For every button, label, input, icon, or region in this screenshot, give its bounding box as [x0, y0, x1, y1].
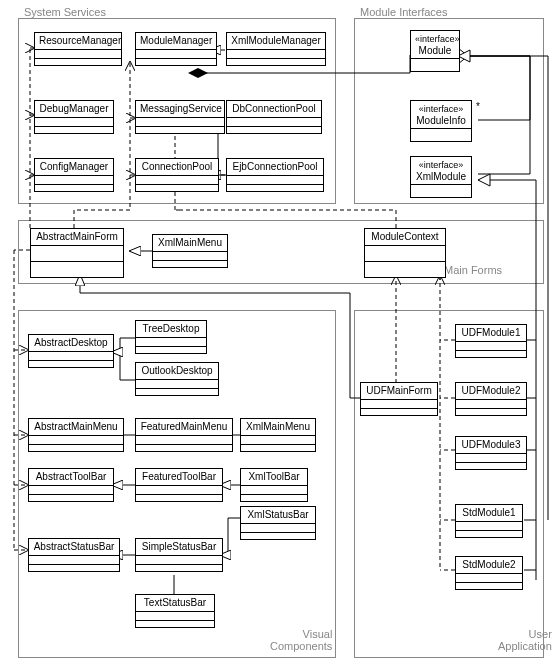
class-xml-module-manager: XmlModuleManager — [226, 32, 326, 66]
class-connection-pool: ConnectionPool — [135, 158, 219, 192]
class-db-connection-pool: DbConnectionPool — [226, 100, 322, 134]
class-featured-main-menu: FeaturedMainMenu — [135, 418, 233, 452]
class-std-module-2: StdModule2 — [455, 556, 523, 590]
class-simple-status-bar: SimpleStatusBar — [135, 538, 223, 572]
class-udf-module-1: UDFModule1 — [455, 324, 527, 358]
class-udf-module-2: UDFModule2 — [455, 382, 527, 416]
class-xml-status-bar: XmlStatusBar — [240, 506, 316, 540]
package-user-application — [354, 310, 544, 658]
class-udf-main-form: UDFMainForm — [360, 382, 438, 416]
class-messaging-service: MessagingService — [135, 100, 225, 134]
class-abstract-main-menu: AbstractMainMenu — [28, 418, 124, 452]
class-xml-module-interface: «interface»XmlModule — [410, 156, 472, 198]
class-std-module-1: StdModule1 — [455, 504, 523, 538]
class-tree-desktop: TreeDesktop — [135, 320, 207, 354]
class-config-manager: ConfigManager — [34, 158, 114, 192]
package-label: User Application — [498, 628, 552, 652]
class-resource-manager: ResourceManager — [34, 32, 122, 66]
class-featured-tool-bar: FeaturedToolBar — [135, 468, 223, 502]
diagram-canvas: System Services Module Interfaces Main F… — [0, 0, 555, 670]
class-abstract-status-bar: AbstractStatusBar — [28, 538, 120, 572]
class-xml-tool-bar: XmlToolBar — [240, 468, 308, 502]
class-module-context: ModuleContext — [364, 228, 446, 278]
class-module-info-interface: «interface»ModuleInfo — [410, 100, 472, 142]
class-xml-main-menu-vc: XmlMainMenu — [240, 418, 316, 452]
class-abstract-main-form: AbstractMainForm — [30, 228, 124, 278]
class-module-interface: «interface»Module — [410, 30, 460, 72]
class-module-manager: ModuleManager — [135, 32, 217, 66]
class-udf-module-3: UDFModule3 — [455, 436, 527, 470]
class-ejb-connection-pool: EjbConnectionPool — [226, 158, 324, 192]
package-label: Visual Components — [270, 628, 332, 652]
class-abstract-desktop: AbstractDesktop — [28, 334, 114, 368]
package-label: Module Interfaces — [360, 6, 447, 18]
class-debug-manager: DebugManager — [34, 100, 114, 134]
package-label: System Services — [24, 6, 106, 18]
class-text-status-bar: TextStatusBar — [135, 594, 215, 628]
class-outlook-desktop: OutlookDesktop — [135, 362, 219, 396]
class-abstract-tool-bar: AbstractToolBar — [28, 468, 114, 502]
package-label: Main Forms — [444, 264, 502, 276]
class-xml-main-menu-mf: XmlMainMenu — [152, 234, 228, 268]
